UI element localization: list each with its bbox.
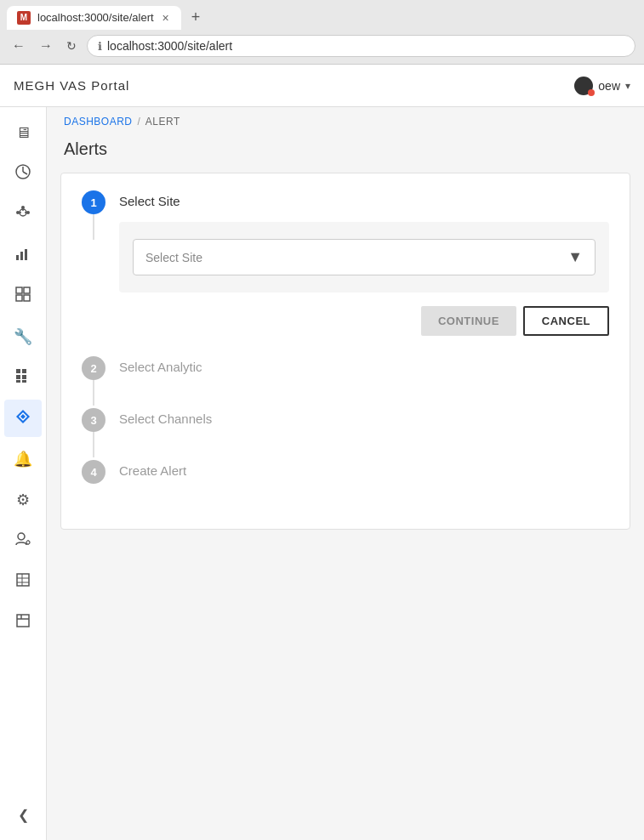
breadcrumb-dashboard[interactable]: DASHBOARD [64,116,133,128]
svg-rect-13 [16,295,22,301]
forward-button[interactable]: → [36,35,56,57]
step-1-indicator: 1 [82,190,105,240]
sidebar-item-tools[interactable]: 🔧 [4,318,42,355]
step-2-title: Select Analytic [119,356,609,374]
app-body: 🖥 [0,107,644,840]
breadcrumb-separator: / [138,116,140,128]
tab-bar: M localhost:3000/site/alert × + [0,0,644,30]
browser-chrome: M localhost:3000/site/alert × + ← → ↻ ℹ … [0,0,644,65]
address-bar: ← → ↻ ℹ localhost:3000/site/alert [0,30,644,64]
step-3-indicator: 3 [82,408,105,457]
wrench-icon: 🔧 [14,327,32,346]
app-header: MEGH VAS Portal oew ▾ [0,65,644,107]
sidebar-item-notifications[interactable]: 🔔 [4,440,42,478]
step-1-title: Select Site [119,190,609,208]
package-icon [14,612,31,633]
apps-icon [14,367,31,389]
svg-point-4 [21,206,25,209]
back-button[interactable]: ← [9,35,29,57]
tab-favicon: M [17,11,31,25]
cancel-button[interactable]: CANCEL [523,306,609,336]
steps-container: 1 Select Site Select Site ▼ CONTINUE CAN… [60,173,630,530]
sidebar-item-integrations[interactable] [4,196,42,233]
select-site-wrapper: Select Site ▼ [119,222,609,292]
user-section[interactable]: oew ▾ [574,77,630,95]
sidebar-item-settings[interactable]: ⚙ [4,481,42,519]
spreadsheet-icon [14,571,31,593]
step-4-indicator: 4 [82,460,105,484]
sidebar-item-packages[interactable] [4,604,42,641]
avatar [574,77,593,95]
step-1: 1 Select Site Select Site ▼ CONTINUE CAN… [82,190,609,356]
svg-point-25 [26,541,30,544]
svg-rect-14 [24,295,30,301]
step-3-circle: 3 [82,408,105,432]
sidebar-collapse-button[interactable]: ❮ [4,796,42,833]
bar-chart-icon [14,245,31,266]
gear-icon: ⚙ [16,491,30,509]
main-content: DASHBOARD / ALERT Alerts 1 Select Site S… [47,107,644,840]
url-text: localhost:3000/site/alert [107,39,232,53]
reload-button[interactable]: ↻ [63,36,80,56]
sidebar-item-grid[interactable] [4,277,42,315]
svg-rect-9 [20,252,23,260]
grid-icon [14,286,31,307]
svg-rect-32 [17,615,29,627]
user-settings-icon [14,531,31,552]
continue-button[interactable]: CONTINUE [421,306,516,336]
step-2: 2 Select Analytic [82,356,609,408]
step-1-circle: 1 [82,190,105,214]
step-2-indicator: 2 [82,356,105,406]
monitor-icon: 🖥 [15,124,31,142]
active-tab[interactable]: M localhost:3000/site/alert × [7,6,181,30]
user-name: oew [598,79,620,93]
integrations-icon [14,204,31,225]
svg-rect-18 [22,375,26,379]
tab-close-button[interactable]: × [161,11,171,25]
sidebar-item-users[interactable] [4,522,42,559]
sidebar-item-apps[interactable] [4,359,42,396]
sidebar-item-charts[interactable] [4,236,42,274]
url-bar[interactable]: ℹ localhost:3000/site/alert [87,35,635,57]
svg-point-24 [18,533,25,540]
sidebar-item-analytics[interactable] [4,155,42,192]
app-title: MEGH VAS Portal [14,78,574,93]
sidebar-item-reports[interactable] [4,563,42,600]
step-4-title: Create Alert [119,460,609,478]
sidebar-item-alerts[interactable] [4,400,42,437]
chart-icon [14,163,31,184]
sidebar: 🖥 [0,107,47,840]
svg-rect-8 [16,255,19,260]
step-4: 4 Create Alert [82,460,609,512]
user-dropdown-arrow: ▾ [625,80,630,92]
step-4-circle: 4 [82,460,105,484]
svg-rect-10 [25,249,27,260]
diamond-icon [14,408,31,429]
svg-rect-16 [22,369,26,373]
step-2-circle: 2 [82,356,105,380]
select-site-arrow-icon: ▼ [567,248,583,266]
svg-rect-19 [16,380,20,383]
step-3-content: Select Channels [119,408,609,460]
page-title: Alerts [47,136,644,173]
step-4-content: Create Alert [119,460,609,512]
sidebar-item-dashboard[interactable]: 🖥 [4,114,42,151]
select-site-label: Select Site [145,251,567,264]
bell-icon: 🔔 [14,450,32,468]
new-tab-button[interactable]: + [185,5,208,30]
svg-rect-12 [24,287,30,293]
step-3-line [93,432,94,457]
step-1-line [93,214,94,240]
svg-rect-15 [16,369,20,373]
svg-rect-28 [17,574,29,586]
svg-point-3 [26,211,30,214]
step-1-content: Select Site Select Site ▼ CONTINUE CANCE… [119,190,609,356]
breadcrumb: DASHBOARD / ALERT [47,107,644,136]
step-3: 3 Select Channels [82,408,609,460]
select-site-dropdown[interactable]: Select Site ▼ [133,239,596,275]
svg-point-2 [16,211,20,214]
step-3-title: Select Channels [119,408,609,426]
step-2-line [93,380,94,406]
tab-title: localhost:3000/site/alert [37,11,154,24]
user-status-dot [588,89,595,96]
